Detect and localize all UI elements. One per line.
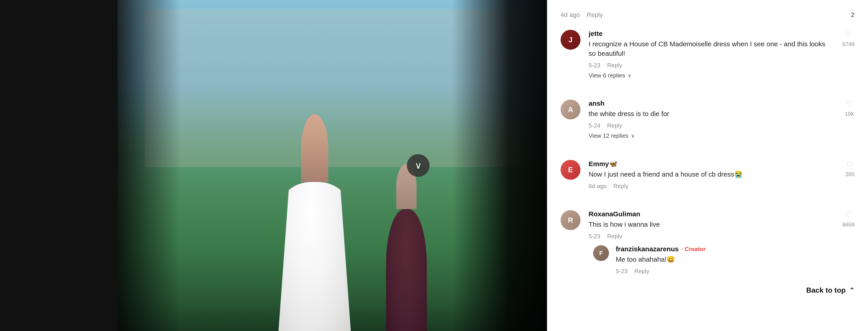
heart-icon-emmy[interactable]: ♡ [846, 160, 854, 169]
caret-up-icon: ⌃ [849, 287, 855, 294]
username-roxana: RoxanaGuliman [589, 210, 828, 218]
reply-button-franziska[interactable]: Reply [634, 268, 649, 275]
reply-meta-franziska: 5-23 Reply [616, 268, 828, 275]
like-section-jette: ♡ 6749 [842, 30, 855, 47]
video-right-overlay [452, 0, 547, 331]
comment-text-ansh: the white dress is to die for [589, 109, 830, 119]
avatar-initial-roxana: R [568, 216, 573, 225]
view-replies-label-jette: View 6 replies [589, 72, 625, 79]
scroll-down-button[interactable]: ∨ [407, 154, 430, 177]
divider-2 [561, 151, 855, 151]
comment-content-jette: jette I recognize a House of CB Mademois… [589, 30, 828, 79]
comment-date-jette: 5-23 [589, 62, 600, 69]
avatar-initial-emmy: E [568, 166, 573, 174]
view-replies-jette[interactable]: View 6 replies ∨ [589, 72, 828, 79]
creator-badge: · Creator [681, 246, 706, 253]
video-area: ∨ [118, 0, 547, 331]
back-to-top-button[interactable]: Back to top ⌃ [561, 286, 855, 294]
avatar-ansh[interactable]: A [561, 100, 581, 120]
chevron-down-icon: ∨ [415, 161, 422, 170]
reply-content-franziska: franziskanazarenus · Creator Me too ahah… [616, 245, 828, 275]
like-count-jette: 6749 [842, 41, 855, 47]
comment-content-roxana: RoxanaGuliman This is how i wanna live 5… [589, 210, 828, 275]
reply-button-ansh[interactable]: Reply [607, 122, 622, 129]
username-jette: jette [589, 30, 828, 37]
comment-meta-roxana: 5-23 Reply [589, 233, 828, 240]
avatar-initial: J [568, 36, 572, 44]
heart-icon-ansh[interactable]: ♡ [846, 100, 853, 109]
like-count-roxana: 6659 [842, 222, 855, 228]
divider-1 [561, 90, 855, 91]
reply-date-franziska: 5-23 [616, 268, 627, 275]
avatar-roxana[interactable]: R [561, 210, 581, 230]
avatar-initial-ansh: A [568, 105, 573, 114]
username-emmy: Emmy🦋 [589, 160, 831, 168]
reply-button-emmy[interactable]: Reply [614, 183, 628, 190]
comment-date-emmy: 6d ago [589, 183, 607, 190]
comment-meta-emmy: 6d ago Reply [589, 183, 831, 190]
comment-date-ansh: 5-24 [589, 122, 600, 129]
top-reply-link[interactable]: Reply [587, 11, 603, 19]
avatar-emmy[interactable]: E [561, 160, 581, 180]
avatar-jette[interactable]: J [561, 30, 581, 50]
comment-meta-ansh: 5-24 Reply [589, 122, 830, 129]
comments-panel: 4d ago Reply 2 J jette I recognize a Hou… [547, 0, 868, 331]
comment-text-jette: I recognize a House of CB Mademoiselle d… [589, 39, 828, 58]
avatar-franziska[interactable]: F [593, 245, 609, 261]
comment-content-ansh: ansh the white dress is to die for 5-24 … [589, 100, 830, 139]
view-replies-ansh[interactable]: View 12 replies ∨ [589, 132, 830, 139]
comment-date-roxana: 5-23 [589, 233, 600, 240]
comment-text-roxana: This is how i wanna live [589, 220, 828, 229]
username-franziska: franziskanazarenus · Creator [616, 245, 828, 253]
like-count-emmy: 200 [845, 171, 855, 177]
like-section-ansh: ♡ 10K [845, 100, 855, 117]
like-count-ansh: 10K [845, 111, 855, 117]
like-section-emmy: ♡ 200 [845, 160, 855, 177]
reply-franziska: F franziskanazarenus · Creator Me too ah… [593, 245, 828, 275]
heart-icon-roxana[interactable]: ♡ [845, 210, 852, 220]
view-replies-label-ansh: View 12 replies [589, 132, 628, 139]
heart-icon-jette[interactable]: ♡ [845, 30, 852, 39]
reply-button-roxana[interactable]: Reply [607, 233, 622, 240]
top-timestamp: 4d ago [561, 11, 580, 19]
back-to-top-label: Back to top [806, 286, 846, 294]
chevron-down-icon-ansh: ∨ [631, 133, 635, 139]
comment-meta-jette: 5-23 Reply [589, 62, 828, 69]
username-ansh: ansh [589, 100, 830, 107]
comment-roxana: R RoxanaGuliman This is how i wanna live… [561, 210, 855, 275]
chevron-down-icon-jette: ∨ [628, 73, 631, 78]
avatar-initial-franziska: F [599, 250, 603, 257]
comment-ansh: A ansh the white dress is to die for 5-2… [561, 100, 855, 139]
reply-text-franziska: Me too ahahaha!😄 [616, 255, 828, 264]
video-left-overlay [118, 0, 181, 331]
comment-content-emmy: Emmy🦋 Now I just need a friend and a hou… [589, 160, 831, 190]
top-meta-row: 4d ago Reply 2 [561, 9, 855, 19]
reply-button-jette[interactable]: Reply [607, 62, 622, 69]
comment-jette: J jette I recognize a House of CB Mademo… [561, 30, 855, 79]
comment-emmy: E Emmy🦋 Now I just need a friend and a h… [561, 160, 855, 190]
like-section-roxana: ♡ 6659 [842, 210, 855, 228]
top-count: 2 [851, 11, 855, 19]
left-dark-panel [0, 0, 118, 331]
franziska-name: franziskanazarenus [616, 245, 679, 253]
comment-text-emmy: Now I just need a friend and a house of … [589, 170, 831, 179]
